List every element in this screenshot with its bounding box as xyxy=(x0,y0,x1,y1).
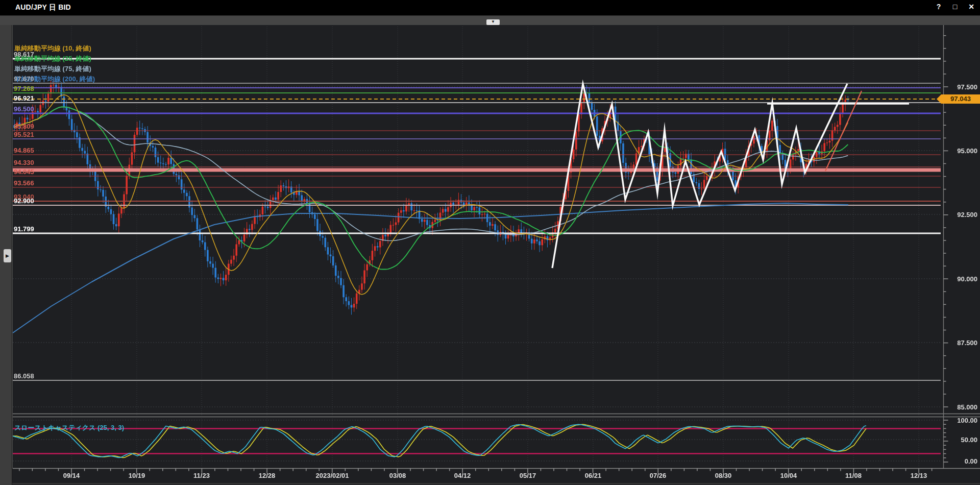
chart-window: { "window": {"title": "AUD/JPY 日 BID", "… xyxy=(0,0,980,485)
sidebar-expand-button[interactable]: ▶ xyxy=(4,249,11,262)
price-level-label: 95.521 xyxy=(14,131,34,138)
price-level-label: 95.809 xyxy=(14,123,34,130)
chevron-right-icon: ▶ xyxy=(6,253,9,258)
price-level-label: 97.670 xyxy=(14,75,34,83)
price-level-label: 91.799 xyxy=(14,225,34,233)
title-bar: AUD/JPY 日 BID ? □ ✕ xyxy=(0,0,980,15)
toolbar: ▼ xyxy=(0,15,980,25)
toolbar-collapse-button[interactable]: ▼ xyxy=(486,19,500,25)
price-level-label: 86.058 xyxy=(14,372,34,380)
maximize-icon[interactable]: □ xyxy=(950,3,960,11)
chevron-down-icon: ▼ xyxy=(491,19,495,24)
price-level-label: 94.045 xyxy=(14,168,34,176)
price-level-label: 98.617 xyxy=(14,51,34,58)
price-level-label: 96.921 xyxy=(14,94,34,102)
help-icon[interactable]: ? xyxy=(934,3,943,11)
current-price-value: 97.043 xyxy=(950,95,971,103)
price-level-label: 92.900 xyxy=(14,197,34,205)
sma-legend-item: 単純移動平均線 (75, 終値) xyxy=(14,64,95,75)
window-buttons: ? □ ✕ xyxy=(934,3,976,11)
price-axis[interactable] xyxy=(941,25,980,468)
date-axis[interactable] xyxy=(13,468,941,485)
left-gutter: ▶ xyxy=(0,25,12,485)
stochastic-legend: スローストキャスティクス (25, 3, 3) xyxy=(14,423,124,432)
price-level-label: 94.865 xyxy=(14,147,34,154)
price-level-label: 93.566 xyxy=(14,179,34,187)
close-icon[interactable]: ✕ xyxy=(967,3,976,11)
price-level-label: 97.268 xyxy=(14,85,34,92)
chart-canvas[interactable] xyxy=(0,0,980,485)
price-tag-arrow-icon xyxy=(937,94,941,104)
current-price-tag: 97.043 xyxy=(941,94,980,104)
price-level-label: 96.500 xyxy=(14,105,34,113)
price-level-label: 94.330 xyxy=(14,159,34,166)
window-title: AUD/JPY 日 BID xyxy=(15,3,71,12)
